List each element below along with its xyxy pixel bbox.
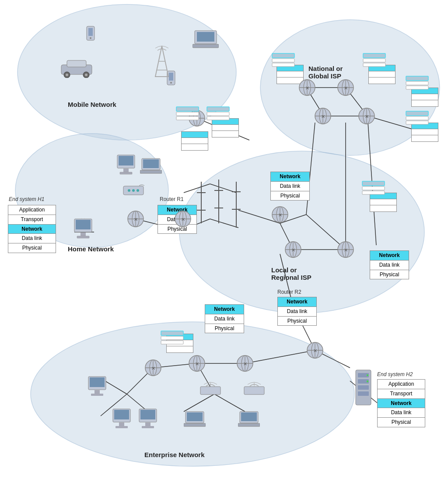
ent-physical-row: Physical — [205, 324, 244, 333]
end-system-h2-label: End system H2 — [377, 371, 413, 377]
svg-text:✕: ✕ — [151, 366, 155, 371]
svg-rect-195 — [176, 107, 199, 111]
home-server-1 — [175, 106, 200, 122]
nat-server-2 — [362, 53, 386, 68]
phone1-icon — [86, 25, 95, 41]
svg-rect-165 — [244, 387, 264, 394]
svg-rect-171 — [241, 412, 257, 421]
svg-point-179 — [367, 380, 368, 382]
svg-point-123 — [85, 74, 88, 76]
svg-line-8 — [210, 184, 236, 193]
national-isp-label: National orGlobal ISP — [308, 65, 343, 80]
nat-isp-router-1: ✕ — [298, 78, 317, 97]
ent-computer-1 — [88, 376, 107, 398]
svg-line-20 — [306, 123, 315, 215]
svg-rect-162 — [142, 426, 154, 428]
svg-rect-183 — [363, 53, 385, 58]
home-modem — [122, 184, 144, 197]
svg-rect-161 — [145, 423, 150, 426]
svg-rect-119 — [67, 60, 86, 67]
svg-rect-184 — [363, 59, 385, 62]
svg-rect-181 — [272, 59, 294, 62]
local-isp-right-router-icon: ✕ — [336, 240, 355, 259]
h1-transport-row: Transport — [8, 215, 56, 225]
svg-text:✕: ✕ — [313, 348, 317, 353]
wireless-tower-icon — [153, 44, 171, 79]
svg-line-7 — [184, 184, 210, 193]
svg-text:✕: ✕ — [181, 217, 185, 222]
svg-point-146 — [136, 189, 139, 192]
svg-rect-172 — [238, 423, 260, 426]
svg-point-122 — [66, 74, 68, 76]
h1-datalink-row: Data link — [8, 234, 56, 243]
h1-application-row: Application — [8, 205, 56, 215]
car-icon — [59, 56, 94, 78]
svg-rect-202 — [161, 336, 183, 340]
isp-upper-network-row: Network — [271, 172, 309, 182]
home-router-icon: ✕ — [126, 209, 145, 229]
h1-computer-icon — [74, 218, 93, 240]
svg-rect-152 — [90, 377, 105, 387]
home-desktop-1 — [116, 154, 136, 176]
ent-router-4: ✕ — [305, 341, 325, 360]
svg-text:✕: ✕ — [243, 361, 247, 366]
svg-rect-192 — [362, 181, 385, 186]
server-h2-icon — [354, 368, 373, 407]
svg-text:✕: ✕ — [365, 114, 369, 119]
svg-text:✕: ✕ — [291, 247, 295, 253]
ent-network-row: Network — [205, 305, 244, 314]
svg-rect-198 — [207, 107, 229, 111]
home-network-label: Home Network — [68, 245, 114, 253]
svg-rect-187 — [406, 81, 428, 85]
router-r1-label: Router R1 — [160, 196, 184, 202]
svg-rect-196 — [176, 112, 199, 116]
r2-stack: Network Data link Physical — [277, 297, 317, 326]
svg-rect-200 — [207, 116, 229, 120]
svg-rect-138 — [123, 169, 129, 172]
svg-rect-188 — [406, 86, 428, 89]
svg-rect-135 — [192, 44, 219, 48]
svg-text:✕: ✕ — [305, 85, 309, 91]
svg-text:✕: ✕ — [278, 212, 282, 218]
nat-server-4 — [405, 110, 429, 126]
laptop-icon — [192, 28, 219, 49]
h2-stack: Application Transport Network Data link … — [377, 379, 425, 427]
svg-rect-186 — [406, 76, 428, 81]
svg-rect-193 — [362, 187, 385, 190]
isp-upper-physical-row: Physical — [271, 191, 309, 201]
ent-computer-3 — [138, 408, 158, 430]
svg-rect-189 — [406, 111, 428, 116]
h2-datalink-row: Data link — [378, 408, 425, 418]
svg-rect-191 — [406, 121, 428, 124]
h2-application-row: Application — [378, 380, 425, 389]
ent-laptop-1 — [184, 411, 206, 427]
svg-rect-154 — [91, 394, 103, 396]
local-isp-label: Local orRegional ISP — [271, 266, 312, 281]
r2-network-row: Network — [278, 297, 316, 307]
nat-isp-router-4: ✕ — [357, 106, 376, 126]
ent-server-1 — [160, 330, 184, 346]
enterprise-stack: Network Data link Physical — [205, 304, 244, 333]
local-server-1 — [361, 180, 385, 196]
svg-rect-203 — [161, 341, 183, 344]
r2-datalink-row: Data link — [278, 307, 316, 317]
ent-wireless-router — [200, 380, 221, 398]
h1-network-row: Network — [8, 225, 56, 234]
mobile-network-label: Mobile Network — [68, 101, 116, 108]
local-isp-mid-router-icon: ✕ — [284, 240, 303, 259]
svg-rect-148 — [76, 220, 91, 229]
ent-datalink-row: Data link — [205, 314, 244, 324]
r2-physical-row: Physical — [278, 317, 316, 326]
svg-rect-176 — [358, 385, 369, 390]
svg-rect-158 — [116, 426, 128, 428]
svg-line-35 — [105, 381, 127, 394]
router-r2-label: Router R2 — [277, 289, 301, 295]
lisp-right-network-row: Network — [370, 251, 409, 261]
nat-server-1 — [271, 53, 295, 68]
svg-text:✕: ✕ — [344, 247, 348, 253]
nat-isp-router-3: ✕ — [313, 106, 332, 126]
enterprise-label: Enterprise Network — [144, 451, 205, 458]
home-laptop — [140, 158, 162, 174]
local-isp-right-stack: Network Data link Physical — [370, 250, 409, 279]
svg-rect-157 — [119, 423, 124, 426]
